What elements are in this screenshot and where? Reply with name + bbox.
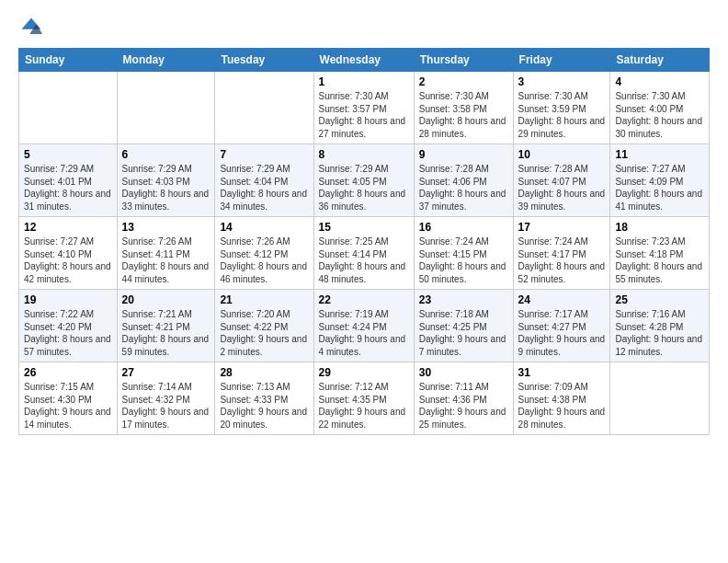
day-number: 16 <box>419 221 508 234</box>
calendar-cell: 31Sunrise: 7:09 AM Sunset: 4:38 PM Dayli… <box>513 362 610 435</box>
day-info: Sunrise: 7:13 AM Sunset: 4:33 PM Dayligh… <box>220 381 308 431</box>
day-info: Sunrise: 7:11 AM Sunset: 4:36 PM Dayligh… <box>419 381 508 431</box>
calendar-week-row: 19Sunrise: 7:22 AM Sunset: 4:20 PM Dayli… <box>19 290 710 362</box>
day-info: Sunrise: 7:30 AM Sunset: 3:57 PM Dayligh… <box>319 90 409 140</box>
day-number: 31 <box>518 366 606 379</box>
calendar-cell <box>610 362 710 435</box>
calendar-cell: 22Sunrise: 7:19 AM Sunset: 4:24 PM Dayli… <box>313 290 414 362</box>
calendar-cell: 18Sunrise: 7:23 AM Sunset: 4:18 PM Dayli… <box>610 217 710 290</box>
calendar-cell: 11Sunrise: 7:27 AM Sunset: 4:09 PM Dayli… <box>610 144 710 217</box>
day-number: 6 <box>122 148 210 161</box>
day-number: 23 <box>419 293 508 306</box>
day-info: Sunrise: 7:29 AM Sunset: 4:05 PM Dayligh… <box>319 163 409 213</box>
day-number: 24 <box>518 293 606 306</box>
day-info: Sunrise: 7:14 AM Sunset: 4:32 PM Dayligh… <box>122 381 210 431</box>
day-number: 13 <box>122 221 210 234</box>
day-number: 18 <box>615 221 704 234</box>
calendar-cell: 15Sunrise: 7:25 AM Sunset: 4:14 PM Dayli… <box>313 217 414 290</box>
weekday-header: Monday <box>117 49 215 72</box>
calendar-cell: 23Sunrise: 7:18 AM Sunset: 4:25 PM Dayli… <box>414 290 513 362</box>
day-info: Sunrise: 7:24 AM Sunset: 4:17 PM Dayligh… <box>518 236 606 285</box>
calendar-cell: 27Sunrise: 7:14 AM Sunset: 4:32 PM Dayli… <box>117 362 215 435</box>
calendar-cell: 28Sunrise: 7:13 AM Sunset: 4:33 PM Dayli… <box>215 362 313 435</box>
day-number: 4 <box>615 75 704 88</box>
day-number: 22 <box>319 293 409 306</box>
day-info: Sunrise: 7:29 AM Sunset: 4:01 PM Dayligh… <box>24 163 112 213</box>
calendar-cell: 13Sunrise: 7:26 AM Sunset: 4:11 PM Dayli… <box>117 217 215 290</box>
calendar-cell: 24Sunrise: 7:17 AM Sunset: 4:27 PM Dayli… <box>513 290 610 362</box>
weekday-header: Saturday <box>610 49 710 72</box>
day-number: 7 <box>220 148 308 161</box>
day-info: Sunrise: 7:21 AM Sunset: 4:21 PM Dayligh… <box>122 308 210 358</box>
calendar-cell <box>215 72 313 144</box>
calendar-cell: 1Sunrise: 7:30 AM Sunset: 3:57 PM Daylig… <box>313 72 414 144</box>
page: SundayMondayTuesdayWednesdayThursdayFrid… <box>0 0 728 563</box>
day-info: Sunrise: 7:26 AM Sunset: 4:11 PM Dayligh… <box>122 236 210 285</box>
day-info: Sunrise: 7:12 AM Sunset: 4:35 PM Dayligh… <box>319 381 409 431</box>
day-number: 9 <box>419 148 508 161</box>
calendar-cell: 6Sunrise: 7:29 AM Sunset: 4:03 PM Daylig… <box>117 144 215 217</box>
day-number: 5 <box>24 148 112 161</box>
day-number: 10 <box>518 148 606 161</box>
day-number: 3 <box>518 75 606 88</box>
calendar-cell: 30Sunrise: 7:11 AM Sunset: 4:36 PM Dayli… <box>414 362 513 435</box>
day-info: Sunrise: 7:20 AM Sunset: 4:22 PM Dayligh… <box>220 308 308 358</box>
header <box>18 15 710 40</box>
day-info: Sunrise: 7:30 AM Sunset: 3:59 PM Dayligh… <box>518 90 606 140</box>
calendar-cell: 9Sunrise: 7:28 AM Sunset: 4:06 PM Daylig… <box>414 144 513 217</box>
day-info: Sunrise: 7:17 AM Sunset: 4:27 PM Dayligh… <box>518 308 606 358</box>
logo <box>18 15 48 40</box>
calendar-week-row: 12Sunrise: 7:27 AM Sunset: 4:10 PM Dayli… <box>19 217 710 290</box>
weekday-header: Tuesday <box>215 49 313 72</box>
calendar-table: SundayMondayTuesdayWednesdayThursdayFrid… <box>18 48 710 435</box>
calendar-cell: 4Sunrise: 7:30 AM Sunset: 4:00 PM Daylig… <box>610 72 710 144</box>
calendar-cell: 8Sunrise: 7:29 AM Sunset: 4:05 PM Daylig… <box>313 144 414 217</box>
day-number: 30 <box>419 366 508 379</box>
day-info: Sunrise: 7:29 AM Sunset: 4:04 PM Dayligh… <box>220 163 308 213</box>
day-info: Sunrise: 7:30 AM Sunset: 4:00 PM Dayligh… <box>615 90 704 140</box>
day-info: Sunrise: 7:27 AM Sunset: 4:10 PM Dayligh… <box>24 236 112 285</box>
calendar-cell: 26Sunrise: 7:15 AM Sunset: 4:30 PM Dayli… <box>19 362 118 435</box>
calendar-cell: 2Sunrise: 7:30 AM Sunset: 3:58 PM Daylig… <box>414 72 513 144</box>
calendar-cell <box>117 72 215 144</box>
calendar-cell: 19Sunrise: 7:22 AM Sunset: 4:20 PM Dayli… <box>19 290 118 362</box>
calendar-cell: 7Sunrise: 7:29 AM Sunset: 4:04 PM Daylig… <box>215 144 313 217</box>
day-number: 27 <box>122 366 210 379</box>
weekday-header: Thursday <box>414 49 513 72</box>
calendar-cell: 16Sunrise: 7:24 AM Sunset: 4:15 PM Dayli… <box>414 217 513 290</box>
day-number: 1 <box>319 75 409 88</box>
day-number: 12 <box>24 221 112 234</box>
day-number: 19 <box>24 293 112 306</box>
day-number: 25 <box>615 293 704 306</box>
day-number: 15 <box>319 221 409 234</box>
day-number: 2 <box>419 75 508 88</box>
calendar-cell: 17Sunrise: 7:24 AM Sunset: 4:17 PM Dayli… <box>513 217 610 290</box>
calendar-cell: 21Sunrise: 7:20 AM Sunset: 4:22 PM Dayli… <box>215 290 313 362</box>
day-info: Sunrise: 7:26 AM Sunset: 4:12 PM Dayligh… <box>220 236 308 285</box>
weekday-header-row: SundayMondayTuesdayWednesdayThursdayFrid… <box>19 49 710 72</box>
calendar-cell <box>19 72 118 144</box>
day-number: 14 <box>220 221 308 234</box>
day-number: 29 <box>319 366 409 379</box>
calendar-cell: 10Sunrise: 7:28 AM Sunset: 4:07 PM Dayli… <box>513 144 610 217</box>
weekday-header: Wednesday <box>313 49 414 72</box>
weekday-header: Friday <box>513 49 610 72</box>
day-info: Sunrise: 7:09 AM Sunset: 4:38 PM Dayligh… <box>518 381 606 431</box>
calendar-cell: 29Sunrise: 7:12 AM Sunset: 4:35 PM Dayli… <box>313 362 414 435</box>
day-info: Sunrise: 7:23 AM Sunset: 4:18 PM Dayligh… <box>615 236 704 285</box>
day-info: Sunrise: 7:16 AM Sunset: 4:28 PM Dayligh… <box>615 308 704 358</box>
calendar-cell: 5Sunrise: 7:29 AM Sunset: 4:01 PM Daylig… <box>19 144 118 217</box>
day-number: 28 <box>220 366 308 379</box>
day-number: 8 <box>319 148 409 161</box>
calendar-cell: 3Sunrise: 7:30 AM Sunset: 3:59 PM Daylig… <box>513 72 610 144</box>
day-info: Sunrise: 7:19 AM Sunset: 4:24 PM Dayligh… <box>319 308 409 358</box>
calendar-week-row: 26Sunrise: 7:15 AM Sunset: 4:30 PM Dayli… <box>19 362 710 435</box>
day-number: 20 <box>122 293 210 306</box>
calendar-week-row: 5Sunrise: 7:29 AM Sunset: 4:01 PM Daylig… <box>19 144 710 217</box>
day-number: 21 <box>220 293 308 306</box>
day-number: 26 <box>24 366 112 379</box>
calendar-week-row: 1Sunrise: 7:30 AM Sunset: 3:57 PM Daylig… <box>19 72 710 144</box>
day-info: Sunrise: 7:27 AM Sunset: 4:09 PM Dayligh… <box>615 163 704 213</box>
calendar-cell: 20Sunrise: 7:21 AM Sunset: 4:21 PM Dayli… <box>117 290 215 362</box>
day-info: Sunrise: 7:30 AM Sunset: 3:58 PM Dayligh… <box>419 90 508 140</box>
